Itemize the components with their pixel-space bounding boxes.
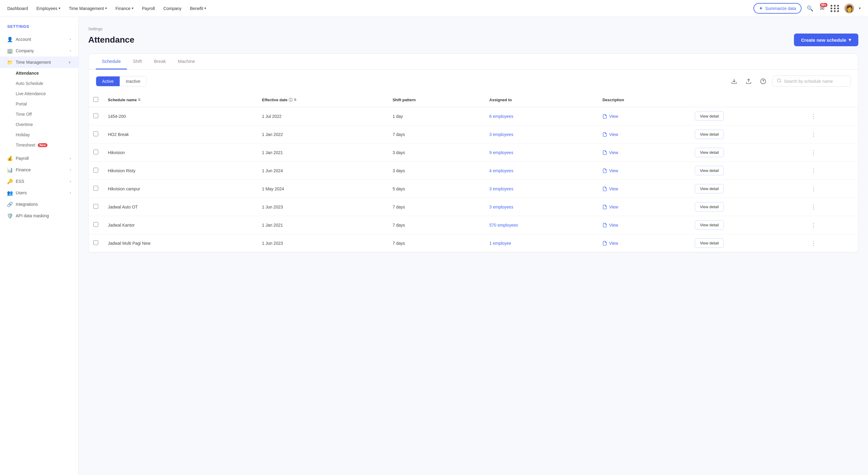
description-view-link-0[interactable]: View [602, 114, 685, 119]
summarize-btn[interactable]: ✦ Summarize data [753, 3, 802, 13]
more-options-button-6[interactable]: ⋮ [809, 221, 818, 229]
view-detail-button-5[interactable]: View detail [695, 202, 724, 212]
sidebar-subitem-time-off[interactable]: Time Off [0, 109, 78, 119]
download-icon [731, 78, 737, 84]
view-detail-button-6[interactable]: View detail [695, 220, 724, 230]
sidebar-item-time-management[interactable]: 📁 Time Management ∨ [0, 57, 78, 68]
download-icon-button[interactable] [729, 76, 740, 87]
nav-dashboard[interactable]: Dashboard [7, 6, 28, 11]
sidebar-item-finance[interactable]: 📊 Finance › [0, 164, 78, 176]
row-more-cell: ⋮ [805, 144, 858, 162]
sidebar-subitem-portal[interactable]: Portal [0, 99, 78, 109]
employees-link-1[interactable]: 3 employees [489, 132, 513, 137]
select-all-checkbox[interactable] [93, 97, 98, 102]
sidebar-subitem-attendance[interactable]: Attendance [0, 68, 78, 78]
table-header-more [805, 93, 858, 107]
notifications-wrap[interactable]: ✉ 99+ [818, 5, 826, 12]
tab-shift[interactable]: Shift [127, 54, 148, 69]
sidebar-subitem-overtime[interactable]: Overtime [0, 119, 78, 130]
ess-chevron-icon: › [70, 179, 71, 183]
view-detail-button-4[interactable]: View detail [695, 184, 724, 193]
nav-company[interactable]: Company [163, 6, 182, 11]
sidebar-item-company[interactable]: 🏢 Company › [0, 45, 78, 57]
sidebar-item-account[interactable]: 👤 Account › [0, 34, 78, 45]
view-detail-button-3[interactable]: View detail [695, 166, 724, 175]
tab-break[interactable]: Break [148, 54, 172, 69]
sidebar-subitem-auto-schedule[interactable]: Auto Schedule [0, 78, 78, 89]
sidebar-item-payroll[interactable]: 💰 Payroll › [0, 153, 78, 164]
more-options-button-4[interactable]: ⋮ [809, 185, 818, 193]
row-checkbox-4[interactable] [93, 186, 98, 191]
description-view-link-3[interactable]: View [602, 168, 685, 173]
tab-schedule[interactable]: Schedule [96, 54, 127, 69]
row-checkbox-2[interactable] [93, 150, 98, 154]
sidebar-subitem-holiday[interactable]: Holiday [0, 130, 78, 140]
sidebar-item-integrations[interactable]: 🔗 Integrations [0, 198, 78, 210]
search-icon[interactable]: 🔍 [806, 5, 814, 12]
description-view-link-4[interactable]: View [602, 186, 685, 191]
row-more-cell: ⋮ [805, 216, 858, 234]
more-options-button-5[interactable]: ⋮ [809, 203, 818, 211]
user-avatar[interactable]: 👩 [844, 4, 854, 13]
row-more-cell: ⋮ [805, 107, 858, 125]
nav-benefit[interactable]: Benefit ▾ [190, 6, 207, 11]
sidebar-subitem-live-attendance[interactable]: Live Attendance [0, 89, 78, 99]
nav-payroll[interactable]: Payroll [142, 6, 155, 11]
effective-date-info-icon[interactable]: ⓘ [289, 97, 292, 103]
row-checkbox-5[interactable] [93, 204, 98, 209]
sidebar-item-ess[interactable]: 🔑 ESS › [0, 176, 78, 187]
more-options-button-0[interactable]: ⋮ [809, 112, 818, 121]
search-input[interactable] [784, 79, 844, 84]
more-options-button-3[interactable]: ⋮ [809, 166, 818, 175]
description-view-link-6[interactable]: View [602, 223, 685, 227]
breadcrumb-link[interactable]: Settings [88, 27, 102, 31]
description-view-link-1[interactable]: View [602, 132, 685, 137]
schedule-name-sort-icon[interactable]: ⇅ [138, 98, 141, 102]
nav-time-management[interactable]: Time Management ▾ [69, 6, 107, 11]
employees-link-7[interactable]: 1 employee [489, 241, 511, 246]
view-detail-button-1[interactable]: View detail [695, 130, 724, 139]
row-checkbox-cell [89, 216, 103, 234]
breadcrumb: Settings [88, 27, 858, 31]
more-options-button-7[interactable]: ⋮ [809, 239, 818, 248]
employees-link-3[interactable]: 4 employees [489, 168, 513, 173]
employees-link-0[interactable]: 6 employees [489, 114, 513, 119]
row-checkbox-1[interactable] [93, 131, 98, 136]
active-toggle-button[interactable]: Active [96, 76, 120, 86]
description-view-link-7[interactable]: View [602, 241, 685, 246]
row-checkbox-0[interactable] [93, 113, 98, 118]
view-detail-button-2[interactable]: View detail [695, 148, 724, 157]
row-shift-pattern: 3 days [388, 162, 485, 180]
employees-link-4[interactable]: 3 employees [489, 186, 513, 191]
description-view-link-5[interactable]: View [602, 204, 685, 210]
create-schedule-button[interactable]: Create new schedule ▾ [794, 34, 858, 46]
help-icon [760, 78, 766, 84]
user-dropdown-icon[interactable]: ▾ [859, 6, 861, 10]
row-checkbox-7[interactable] [93, 240, 98, 245]
employees-link-6[interactable]: 570 employees [489, 223, 518, 227]
finance-chevron-icon: › [70, 168, 71, 172]
apps-grid-icon[interactable] [831, 5, 840, 12]
row-checkbox-6[interactable] [93, 222, 98, 227]
inactive-toggle-button[interactable]: Inactive [120, 76, 146, 86]
help-icon-button[interactable] [758, 76, 769, 87]
row-schedule-name: Hikvision [103, 144, 257, 162]
employees-link-2[interactable]: 9 employees [489, 150, 513, 155]
table-header-shift-pattern: Shift pattern [388, 93, 485, 107]
employees-link-5[interactable]: 3 employees [489, 204, 513, 210]
view-detail-button-7[interactable]: View detail [695, 239, 724, 248]
nav-finance[interactable]: Finance ▾ [116, 6, 133, 11]
view-detail-button-0[interactable]: View detail [695, 112, 724, 121]
row-checkbox-3[interactable] [93, 168, 98, 172]
sidebar-subitem-timesheet[interactable]: Timesheet New [0, 140, 78, 150]
nav-employees[interactable]: Employees ▾ [37, 6, 60, 11]
more-options-button-1[interactable]: ⋮ [809, 130, 818, 139]
sidebar-item-users[interactable]: 👥 Users › [0, 187, 78, 198]
more-options-button-2[interactable]: ⋮ [809, 148, 818, 157]
description-view-link-2[interactable]: View [602, 150, 685, 155]
sidebar-item-api-masking[interactable]: 🛡️ API data masking [0, 210, 78, 221]
upload-icon-button[interactable] [743, 76, 754, 87]
effective-date-sort-icon[interactable]: ⇅ [294, 98, 297, 102]
row-view-detail-cell: View detail [690, 198, 805, 216]
tab-machine[interactable]: Machine [172, 54, 201, 69]
